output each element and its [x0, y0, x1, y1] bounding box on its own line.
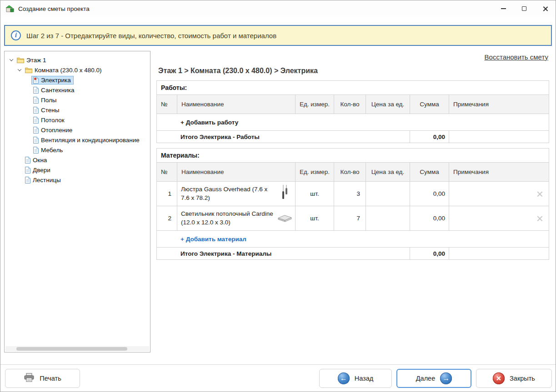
next-arrow-icon: →	[440, 372, 452, 384]
estimate-panel: Восстановить смету Этаж 1 > Комната (230…	[154, 51, 552, 364]
tree-item[interactable]: Лестницы	[5, 175, 150, 185]
note-cell: ×	[449, 182, 549, 206]
material-row: 2Светильник потолочный Cardine (12.0 x 1…	[157, 206, 549, 231]
maximize-icon	[522, 6, 526, 11]
tree-node[interactable]: Электрика	[31, 76, 74, 84]
note-cell: ×	[449, 206, 549, 231]
column-header: Наименование	[177, 95, 296, 114]
tree-item[interactable]: Потолок	[5, 115, 150, 125]
window-controls	[493, 0, 556, 17]
tree-item-label: Электрика	[41, 77, 71, 84]
tree-item[interactable]: Электрика	[5, 75, 150, 85]
footer-bar: Печать ← Назад Далее → × Закрыть	[0, 364, 556, 392]
tree-item-label: Двери	[33, 167, 50, 174]
app-icon	[6, 5, 14, 12]
tree-item[interactable]: Этаж 1	[5, 55, 150, 65]
tree-node[interactable]: Стены	[31, 106, 62, 114]
minimize-icon	[501, 8, 506, 9]
price-cell[interactable]	[366, 182, 410, 206]
unit-cell[interactable]: шт.	[296, 182, 334, 206]
quantity-cell[interactable]: 7	[334, 206, 366, 231]
tree-item-label: Полы	[41, 97, 57, 104]
tree-node[interactable]: Двери	[23, 166, 53, 174]
material-name: Люстра Gauss Overhead (7.6 x 7.6 x 78.2)	[181, 185, 274, 203]
ceiling-light-image	[276, 213, 293, 223]
materials-table: Материалы: №НаименованиеЕд. измер.Кол-во…	[156, 148, 549, 260]
tree-node[interactable]: Мебель	[31, 146, 65, 154]
tree-item-label: Потолок	[41, 117, 65, 124]
document-icon	[33, 97, 39, 104]
tree-node[interactable]: Отопление	[31, 126, 75, 134]
document-icon	[25, 177, 30, 184]
add-material-link[interactable]: + Добавить материал	[180, 236, 246, 243]
row-number-cell: 1	[157, 182, 177, 206]
tree-item[interactable]: Комната (230.0 x 480.0)	[5, 65, 150, 75]
works-total-sum: 0,00	[410, 131, 449, 143]
tree-node[interactable]: Лестницы	[23, 176, 64, 184]
works-total-note	[449, 131, 549, 143]
column-header: Сумма	[410, 95, 449, 114]
expander-icon[interactable]	[7, 59, 15, 61]
folder-icon	[25, 67, 32, 73]
works-table: Работы: №НаименованиеЕд. измер.Кол-воЦен…	[156, 80, 549, 143]
delete-row-button[interactable]: ×	[535, 213, 545, 224]
next-button[interactable]: Далее →	[396, 369, 471, 388]
step-banner: i Шаг 2 из 7 - Отредактируйте виды, коли…	[4, 25, 552, 46]
tree-node[interactable]: Комната (230.0 x 480.0)	[23, 66, 104, 74]
column-header: Наименование	[177, 163, 296, 182]
tree-node[interactable]: Потолок	[31, 116, 67, 124]
tree-item-label: Этаж 1	[26, 57, 46, 64]
tree-node[interactable]: Сантехника	[31, 86, 77, 94]
works-total-row: Итого Электрика - Работы 0,00	[157, 131, 549, 143]
step-banner-text: Шаг 2 из 7 - Отредактируйте виды, количе…	[26, 32, 276, 40]
tree-item[interactable]: Стены	[5, 105, 150, 115]
materials-total-sum: 0,00	[410, 248, 449, 260]
restore-estimate-link[interactable]: Восстановить смету	[485, 53, 548, 61]
tree-item[interactable]: Отопление	[5, 125, 150, 135]
column-header: №	[157, 163, 177, 182]
expander-icon[interactable]	[15, 69, 23, 71]
maximize-button[interactable]	[514, 0, 535, 17]
tree-node[interactable]: Окна	[23, 156, 50, 164]
minimize-button[interactable]	[493, 0, 514, 17]
document-icon	[33, 137, 39, 144]
unit-cell[interactable]: шт.	[296, 206, 334, 231]
printer-icon	[24, 373, 35, 383]
project-tree: Этаж 1Комната (230.0 x 480.0)ЭлектрикаСа…	[5, 55, 150, 185]
tree-node[interactable]: Вентиляция и кондиционирование	[31, 136, 142, 144]
tree-item[interactable]: Сантехника	[5, 85, 150, 95]
close-button[interactable]	[535, 0, 556, 17]
materials-total-label: Итого Электрика - Материалы	[157, 248, 410, 260]
restore-row: Восстановить смету	[156, 51, 549, 61]
price-cell[interactable]	[366, 206, 410, 231]
print-button-label: Печать	[40, 375, 61, 382]
back-button[interactable]: ← Назад	[319, 369, 392, 388]
tree-item[interactable]: Вентиляция и кондиционирование	[5, 135, 150, 145]
column-header: №	[157, 95, 177, 114]
tree-item[interactable]: Полы	[5, 95, 150, 105]
quantity-cell[interactable]: 3	[334, 182, 366, 206]
row-number-cell: 2	[157, 206, 177, 231]
add-work-link[interactable]: + Добавить работу	[180, 119, 238, 126]
delete-row-button[interactable]: ×	[535, 188, 545, 200]
tree-node[interactable]: Этаж 1	[15, 56, 49, 65]
breadcrumb: Этаж 1 > Комната (230.0 x 480.0) > Элект…	[158, 67, 549, 75]
next-button-label: Далее	[416, 375, 435, 382]
column-header: Цена за ед.	[366, 163, 410, 182]
scrollbar-thumb[interactable]	[16, 347, 127, 351]
tree-item-label: Лестницы	[33, 177, 61, 184]
close-estimate-button[interactable]: × Закрыть	[476, 369, 552, 388]
print-button[interactable]: Печать	[5, 369, 80, 388]
document-icon	[33, 147, 39, 154]
material-name-cell: Люстра Gauss Overhead (7.6 x 7.6 x 78.2)	[177, 182, 296, 206]
tree-node[interactable]: Полы	[31, 96, 60, 104]
estimate-wizard-window: Создание сметы проекта i Шаг 2 из 7 - От…	[0, 0, 556, 392]
document-icon	[33, 107, 39, 114]
tree-item-label: Отопление	[41, 127, 72, 134]
tree-item[interactable]: Окна	[5, 155, 150, 165]
tree-horizontal-scrollbar[interactable]	[5, 346, 149, 351]
document-icon	[33, 127, 39, 134]
tree-item[interactable]: Мебель	[5, 145, 150, 155]
back-arrow-icon: ←	[338, 372, 350, 384]
tree-item[interactable]: Двери	[5, 165, 150, 175]
